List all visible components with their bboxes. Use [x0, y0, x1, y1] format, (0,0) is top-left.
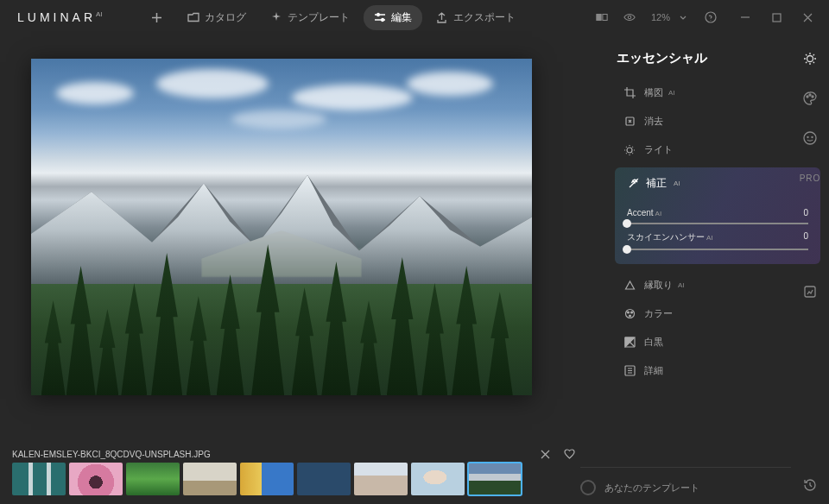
thumbnail[interactable] [468, 463, 522, 495]
folder-icon [187, 11, 199, 23]
svg-point-17 [807, 56, 813, 62]
magic-icon [627, 178, 639, 190]
tool-structure-label: 縁取り [644, 279, 673, 292]
crop-icon [623, 87, 636, 99]
category-pro-label[interactable]: PRO [801, 169, 819, 186]
thumbnail[interactable] [240, 463, 294, 495]
nav-catalog-label: カタログ [205, 10, 246, 25]
tool-blackwhite[interactable]: 白黒 [615, 328, 824, 356]
export-icon [436, 11, 448, 23]
category-essentials-icon[interactable] [801, 50, 819, 67]
svg-point-13 [630, 312, 632, 313]
nav-export[interactable]: エクスポート [426, 5, 526, 30]
svg-point-5 [706, 12, 716, 22]
reject-icon[interactable] [541, 450, 550, 459]
preview-icon[interactable] [623, 11, 636, 23]
zoom-value[interactable]: 12% [651, 12, 670, 22]
nav-export-label: エクスポート [453, 10, 516, 25]
svg-point-12 [627, 312, 629, 313]
add-button[interactable] [141, 6, 174, 28]
image-canvas[interactable] [31, 59, 532, 395]
tool-light-label: ライト [644, 143, 673, 156]
svg-rect-6 [773, 14, 781, 22]
close-icon[interactable] [801, 11, 813, 23]
svg-rect-2 [597, 15, 601, 21]
thumbnail[interactable] [69, 463, 123, 495]
history-icon[interactable] [801, 476, 819, 494]
svg-point-22 [807, 137, 808, 138]
favorite-icon[interactable] [564, 449, 575, 459]
compare-icon[interactable] [596, 11, 608, 23]
thumbnail[interactable] [183, 463, 237, 495]
template-footer[interactable]: あなたのテンプレート [580, 467, 791, 495]
details-icon [623, 365, 636, 377]
svg-point-0 [377, 14, 379, 16]
category-portrait-icon[interactable] [801, 129, 819, 147]
svg-point-23 [812, 137, 813, 138]
slider-sky-label: スカイエンハンサー [627, 232, 705, 242]
maximize-icon[interactable] [770, 11, 782, 23]
tool-composition-label: 構図 [644, 86, 663, 99]
tool-details-label: 詳細 [644, 364, 663, 377]
slider-accent-label: Accent [627, 208, 654, 217]
thumbnail[interactable] [12, 463, 66, 495]
chevron-down-icon[interactable] [677, 11, 689, 23]
thumbnail[interactable] [126, 463, 180, 495]
tool-enhance-label: 補正 [646, 176, 667, 191]
color-icon [623, 308, 636, 320]
nav-catalog[interactable]: カタログ [177, 5, 256, 30]
svg-point-14 [629, 315, 630, 317]
filename-label: KALEN-EMSLEY-BKCI_8QCDVQ-UNSPLASH.JPG [12, 450, 211, 459]
nav-edit-label: 編集 [391, 10, 412, 25]
canvas-forest [31, 234, 532, 395]
sparkle-icon [270, 11, 282, 23]
plus-icon [151, 11, 163, 23]
svg-point-1 [381, 19, 383, 22]
svg-point-10 [627, 148, 632, 153]
svg-point-21 [804, 132, 816, 144]
template-footer-label: あなたのテンプレート [604, 482, 699, 495]
svg-rect-24 [805, 287, 815, 297]
minimize-icon[interactable] [739, 11, 751, 23]
thumbnail[interactable] [297, 463, 351, 495]
nav-templates[interactable]: テンプレート [260, 5, 360, 30]
help-icon[interactable] [705, 11, 717, 23]
template-ring-icon [580, 480, 596, 495]
slider-sky[interactable] [627, 249, 808, 250]
erase-icon [623, 116, 636, 128]
tool-blackwhite-label: 白黒 [644, 336, 663, 349]
svg-point-19 [809, 94, 811, 96]
contrast-icon [623, 337, 636, 349]
triangle-icon [623, 280, 636, 292]
category-creative-icon[interactable] [801, 90, 819, 107]
thumbnail[interactable] [354, 463, 408, 495]
nav-edit[interactable]: 編集 [364, 5, 422, 30]
app-logo: LUMINARAI [7, 10, 123, 24]
tool-erase-label: 消去 [644, 115, 663, 128]
svg-point-18 [807, 96, 808, 98]
tool-color-label: カラー [644, 307, 673, 320]
thumbnail[interactable] [411, 463, 465, 495]
layers-icon[interactable] [801, 283, 819, 300]
slider-sky-thumb[interactable] [623, 245, 631, 254]
tool-details[interactable]: 詳細 [615, 356, 824, 385]
slider-accent-thumb[interactable] [623, 219, 631, 228]
slider-accent[interactable] [627, 223, 808, 224]
svg-point-4 [628, 16, 631, 19]
tool-enhance-expanded: 補正 AI AccentAI 0 スカイエンハンサーAI 0 [615, 167, 820, 264]
nav-templates-label: テンプレート [288, 10, 350, 25]
svg-rect-3 [603, 15, 607, 21]
sun-icon [623, 144, 636, 156]
tool-color[interactable]: カラー [615, 299, 824, 328]
sliders-icon [374, 11, 386, 23]
svg-point-20 [812, 96, 813, 98]
